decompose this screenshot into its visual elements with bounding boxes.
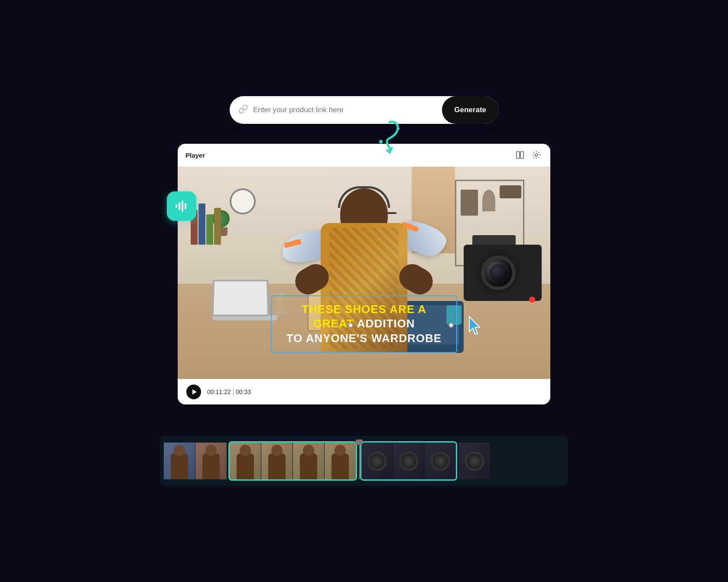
current-time: 00:11:22: [207, 388, 231, 395]
thumb-person-4: [268, 453, 286, 479]
svg-rect-7: [520, 152, 523, 158]
video-area: THESE SHOES ARE A GREAT ADDITION TO ANYO…: [178, 167, 550, 379]
camera-lens-inner: [490, 264, 507, 281]
subtitle-normal-text: ADDITION: [354, 317, 415, 330]
laptop: [212, 279, 277, 323]
svg-rect-3: [179, 202, 180, 210]
timeline-thumb-3[interactable]: [230, 443, 261, 479]
timeline-thumb-camera-2[interactable]: [393, 443, 424, 479]
svg-point-0: [379, 140, 383, 143]
timeline-thumb-2[interactable]: [195, 443, 227, 479]
timeline-thumb-camera-3[interactable]: [425, 443, 456, 479]
teal-squiggle-decoration: [368, 118, 411, 161]
subtitle-overlay[interactable]: THESE SHOES ARE A GREAT ADDITION TO ANYO…: [271, 295, 457, 353]
laptop-screen: [212, 280, 269, 317]
video-cursor-pointer: [466, 314, 483, 338]
layout-toggle-icon[interactable]: [514, 149, 526, 161]
thumb-person-5: [300, 453, 317, 479]
player-window: Player: [178, 144, 550, 404]
thumb-person-2: [202, 453, 220, 479]
arm-left: [290, 259, 333, 299]
timeline-playhead: [359, 443, 360, 479]
timeline-thumb-4[interactable]: [261, 443, 292, 479]
thumb-person-1: [171, 453, 188, 479]
timeline-area: [160, 436, 568, 486]
subtitle-text: THESE SHOES ARE A GREAT ADDITION TO ANYO…: [282, 302, 446, 346]
timeline-group-4: [459, 443, 490, 479]
wall-clock: [230, 188, 256, 214]
svg-rect-6: [517, 152, 520, 158]
timeline-thumb-1[interactable]: [164, 443, 195, 479]
playhead-handle[interactable]: [356, 440, 363, 445]
total-time: 00:33: [236, 388, 251, 395]
player-header: Player: [178, 144, 550, 167]
svg-rect-4: [182, 200, 183, 212]
subtitle-box[interactable]: THESE SHOES ARE A GREAT ADDITION TO ANYO…: [271, 295, 457, 353]
subtitle-line2: TO ANYONE'S WARDROBE: [286, 332, 442, 345]
timeline-group-highlighted[interactable]: [228, 441, 357, 481]
settings-icon[interactable]: [530, 149, 543, 161]
camera-lens: [481, 255, 516, 290]
svg-rect-2: [176, 204, 177, 208]
camera-red-dot: [529, 297, 535, 303]
time-separator: |: [232, 388, 236, 395]
thumb-person-3: [237, 453, 254, 479]
link-icon: [238, 104, 248, 116]
svg-point-1: [397, 127, 400, 130]
thumb-person-6: [332, 453, 349, 479]
timeline-thumb-5[interactable]: [293, 443, 324, 479]
play-button[interactable]: [186, 385, 201, 399]
player-controls: 00:11:22 | 00:33: [178, 379, 550, 404]
camera-body: [464, 245, 542, 301]
audio-waveform-icon: [167, 191, 196, 221]
product-link-input[interactable]: [253, 106, 442, 114]
timeline-thumb-6[interactable]: [325, 443, 356, 479]
timeline-thumb-camera-4[interactable]: [459, 443, 490, 479]
arm-right: [394, 259, 437, 299]
svg-point-8: [535, 154, 538, 156]
timeline-group-camera[interactable]: [360, 441, 457, 481]
svg-rect-5: [185, 203, 186, 209]
player-title: Player: [185, 152, 205, 159]
generate-button[interactable]: Generate: [442, 96, 498, 124]
url-bar[interactable]: Generate: [230, 96, 498, 124]
timeline-thumb-camera-1[interactable]: [361, 443, 393, 479]
timeline-group-1: [164, 443, 227, 479]
player-header-controls: [514, 149, 543, 161]
time-display: 00:11:22 | 00:33: [207, 388, 251, 395]
